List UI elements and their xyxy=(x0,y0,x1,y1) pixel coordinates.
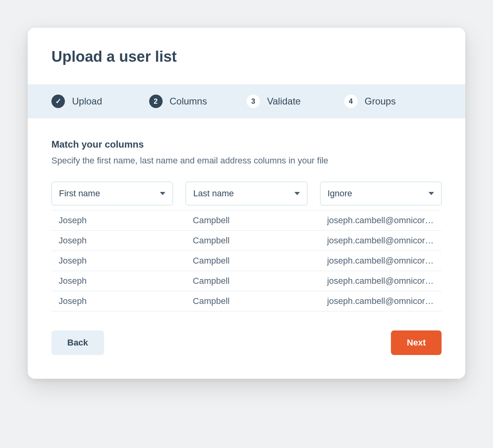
cell-email: joseph.cambell@omnicorp.com xyxy=(320,296,442,306)
cell-first-name: Joseph xyxy=(51,256,173,266)
section-description: Specify the first name, last name and em… xyxy=(51,156,442,166)
wizard-stepper: ✓ Upload 2 Columns 3 Validate 4 Groups xyxy=(28,84,465,118)
step-label: Groups xyxy=(365,96,396,107)
cell-last-name: Campbell xyxy=(186,276,307,286)
cell-email: joseph.cambell@omnicorp.com xyxy=(320,256,442,266)
chevron-down-icon xyxy=(294,192,300,195)
cell-first-name: Joseph xyxy=(51,296,173,306)
check-icon: ✓ xyxy=(51,95,65,108)
cell-last-name: Campbell xyxy=(186,296,307,306)
step-columns[interactable]: 2 Columns xyxy=(149,95,247,108)
cell-first-name: Joseph xyxy=(51,276,173,286)
table-row: Joseph Campbell joseph.cambell@omnicorp.… xyxy=(51,291,442,311)
chevron-down-icon xyxy=(160,192,165,195)
step-validate[interactable]: 3 Validate xyxy=(246,95,344,108)
cell-last-name: Campbell xyxy=(186,215,307,226)
table-row: Joseph Campbell joseph.cambell@omnicorp.… xyxy=(51,210,442,231)
step-number-icon: 4 xyxy=(344,95,358,108)
upload-wizard-card: Upload a user list ✓ Upload 2 Columns 3 … xyxy=(28,28,465,379)
column-select-last-name[interactable]: Last name xyxy=(186,182,307,205)
table-row: Joseph Campbell joseph.cambell@omnicorp.… xyxy=(51,231,442,251)
step-number-icon: 3 xyxy=(246,95,260,108)
select-value: First name xyxy=(59,188,100,199)
step-upload[interactable]: ✓ Upload xyxy=(51,95,149,108)
table-row: Joseph Campbell joseph.cambell@omnicorp.… xyxy=(51,251,442,271)
card-header: Upload a user list xyxy=(28,28,465,84)
column-selects-row: First name Last name Ignore xyxy=(51,182,442,205)
step-content: Match your columns Specify the first nam… xyxy=(28,118,465,379)
step-label: Upload xyxy=(72,96,102,107)
cell-email: joseph.cambell@omnicorp.com xyxy=(320,276,442,286)
step-number-icon: 2 xyxy=(149,95,163,108)
cell-first-name: Joseph xyxy=(51,235,173,246)
cell-email: joseph.cambell@omnicorp.com xyxy=(320,235,442,246)
wizard-footer: Back Next xyxy=(51,330,442,355)
table-row: Joseph Campbell joseph.cambell@omnicorp.… xyxy=(51,271,442,291)
column-select-first-name[interactable]: First name xyxy=(51,182,173,205)
preview-table: Joseph Campbell joseph.cambell@omnicorp.… xyxy=(51,210,442,311)
select-value: Last name xyxy=(193,188,234,199)
next-button[interactable]: Next xyxy=(391,330,442,355)
column-select-ignore[interactable]: Ignore xyxy=(320,182,442,205)
page-title: Upload a user list xyxy=(51,48,442,65)
cell-last-name: Campbell xyxy=(186,235,307,246)
select-value: Ignore xyxy=(328,188,352,199)
cell-last-name: Campbell xyxy=(186,256,307,266)
chevron-down-icon xyxy=(429,192,434,195)
step-groups[interactable]: 4 Groups xyxy=(344,95,442,108)
cell-email: joseph.cambell@omnicorp.com xyxy=(320,215,442,226)
step-label: Columns xyxy=(170,96,207,107)
cell-first-name: Joseph xyxy=(51,215,173,226)
section-title: Match your columns xyxy=(51,139,442,150)
back-button[interactable]: Back xyxy=(51,330,104,355)
step-label: Validate xyxy=(267,96,301,107)
